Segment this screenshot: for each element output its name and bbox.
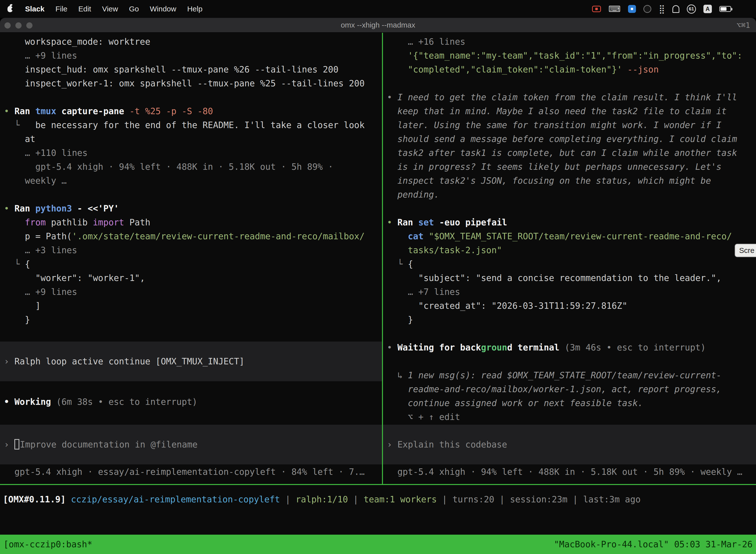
terminal-block: gpt-5.4 xhigh · 94% left · 488K in · 5.1… <box>387 465 756 479</box>
terminal-line: should send a message before completing … <box>387 132 756 146</box>
menu-app-name[interactable]: Slack <box>25 5 44 13</box>
screen-overlay-button[interactable]: Scre <box>735 244 756 257</box>
menu-item-window[interactable]: Window <box>150 5 176 13</box>
terminal-line: … +110 lines <box>4 146 382 160</box>
ghost-icon[interactable] <box>673 5 679 13</box>
terminal-line: pending. <box>387 188 756 202</box>
mailbox-message: ↳ 1 new msg(s): read $OMX_TEAM_STATE_ROO… <box>387 368 756 382</box>
terminal-window: omx --xhigh --madmax ⌥⌘1 workspace_mode:… <box>0 18 756 554</box>
menu-item-go[interactable]: Go <box>129 5 139 13</box>
menu-item-edit[interactable]: Edit <box>78 5 91 13</box>
window-title-bar[interactable]: omx --xhigh --madmax ⌥⌘1 <box>0 18 756 33</box>
terminal-block: • Ran set -euo pipefail cat "$OMX_TEAM_S… <box>387 215 756 327</box>
session-status: gpt-5.4 xhigh · 94% left · 488K in · 5.1… <box>387 465 756 479</box>
terminal-block: [OMX#0.11.9] cczip/essay/ai-reimplementa… <box>3 492 756 506</box>
terminal-line: inspect_hud: omx sparkshell --tmux-pane … <box>4 63 382 76</box>
edit-hint: ⌥ + ↑ edit <box>387 410 756 424</box>
ran-command-line: • Ran python3 - <<'PY' <box>4 202 382 215</box>
battery-icon[interactable] <box>719 6 731 12</box>
grid-icon[interactable]: ⣿ <box>659 5 665 13</box>
omx-status-pane: [OMX#0.11.9] cczip/essay/ai-reimplementa… <box>0 485 756 535</box>
terminal-line: keep that in mind. Maybe I also need the… <box>387 104 756 118</box>
terminal-line: task2 after task1 is complete, but can I… <box>387 146 756 160</box>
apple-menu-icon[interactable] <box>7 6 13 12</box>
window-shortcut-hint: ⌥⌘1 <box>737 21 750 30</box>
terminal-line: └ { <box>387 257 756 271</box>
terminal-line: cat "$OMX_TEAM_STATE_ROOT/team/review-cu… <box>387 229 756 243</box>
terminal-block: ↳ 1 new msg(s): read $OMX_TEAM_STATE_ROO… <box>387 368 756 424</box>
terminal-block: • Ran tmux capture-pane -t %25 -p -S -80… <box>4 104 382 188</box>
minimize-button[interactable] <box>15 22 21 29</box>
menu-item-file[interactable]: File <box>55 5 67 13</box>
session-status: gpt-5.4 xhigh · essay/ai-reimplementatio… <box>4 465 382 479</box>
terminal-line: later. Using the same for transition mig… <box>387 118 756 132</box>
composer-row[interactable]: › Explain this codebase <box>383 425 756 464</box>
thinking-text: • I need to get the claim token from the… <box>387 90 756 104</box>
terminal-block: workspace_mode: worktree … +9 lines insp… <box>4 35 382 90</box>
input-source-icon[interactable]: A <box>703 5 712 13</box>
terminal-line: ] <box>4 299 382 313</box>
terminal-line: … +7 lines <box>387 285 756 299</box>
terminal-line: "worker": "worker-1", <box>4 271 382 285</box>
omx-status-line: [OMX#0.11.9] cczip/essay/ai-reimplementa… <box>3 492 756 506</box>
text-cursor <box>14 439 19 449</box>
terminal-line: └ { <box>4 257 382 271</box>
terminal-line: inspect_worker-1: omx sparkshell --tmux-… <box>4 76 382 90</box>
terminal-line: workspace_mode: worktree <box>4 35 382 49</box>
window-title: omx --xhigh --madmax <box>341 21 415 29</box>
menu-item-view[interactable]: View <box>102 5 118 13</box>
dark-app-icon[interactable] <box>643 5 651 13</box>
ran-command-line: • Ran tmux capture-pane -t %25 -p -S -80 <box>4 104 382 118</box>
terminal-line: p = Path('.omx/state/team/review-current… <box>4 229 382 243</box>
terminal-pane-left[interactable]: workspace_mode: worktree … +9 lines insp… <box>0 33 382 484</box>
terminal-block: … +16 lines '{"team_name":"my-team","tas… <box>387 35 756 76</box>
terminal-line: inspect task2's JSON, focusing on the st… <box>387 174 756 188</box>
terminal-line: tasks/task-2.json" <box>387 243 756 257</box>
tmux-host-time: "MacBook-Pro-44.local" 05:03 31-Mar-26 <box>554 539 753 549</box>
working-status: • Working (6m 38s • esc to interrupt) <box>4 395 382 409</box>
composer-row[interactable]: › Improve documentation in @filename <box>0 425 382 464</box>
ralph-loop-status: › Ralph loop active continue [OMX_TMUX_I… <box>4 354 382 368</box>
zoom-button[interactable] <box>26 22 33 29</box>
terminal-line: "created_at": "2026-03-31T11:59:27.816Z" <box>387 299 756 313</box>
ralph-loop-row[interactable]: › Ralph loop active continue [OMX_TMUX_I… <box>0 341 382 381</box>
terminal-line: continue assigned work or next feasible … <box>387 396 756 410</box>
terminal-line: "completed","claim_token":"claim-token"}… <box>387 63 756 76</box>
terminal-pane-right[interactable]: … +16 lines '{"team_name":"my-team","tas… <box>383 33 756 484</box>
terminal-line: … +16 lines <box>387 35 756 49</box>
terminal-line: } <box>387 313 756 327</box>
terminal-line: … +9 lines <box>4 49 382 63</box>
terminal-block: gpt-5.4 xhigh · essay/ai-reimplementatio… <box>4 465 382 479</box>
menu-item-help[interactable]: Help <box>187 5 203 13</box>
blue-app-icon[interactable] <box>628 5 636 13</box>
screen-recording-icon[interactable] <box>592 6 601 12</box>
terminal-line: └ be necessary for the end of the README… <box>4 118 382 132</box>
terminal-line: } <box>4 313 382 327</box>
badge-61-icon[interactable]: 61 <box>687 4 696 14</box>
terminal-block: • Ran python3 - <<'PY' from pathlib impo… <box>4 202 382 327</box>
control-center-icon[interactable] <box>739 5 749 12</box>
composer-input[interactable]: › Explain this codebase <box>387 438 756 451</box>
terminal-line: "subject": "send a concise recommendatio… <box>387 271 756 285</box>
keyboard-icon[interactable]: ⌨ <box>609 5 621 13</box>
terminal-line: … +3 lines <box>4 243 382 257</box>
close-button[interactable] <box>4 22 11 29</box>
ran-command-line: • Ran set -euo pipefail <box>387 215 756 229</box>
menu-bar: Slack File Edit View Go Window Help ⌨ ⣿ … <box>0 0 756 18</box>
tmux-status-bar: [omx-cczip0:bash* "MacBook-Pro-44.local"… <box>0 535 756 554</box>
terminal-block: • Working (6m 38s • esc to interrupt) <box>4 395 382 409</box>
tmux-session-label[interactable]: [omx-cczip0:bash* <box>3 539 92 549</box>
terminal-line: weekly … <box>4 174 382 188</box>
waiting-status: • Waiting for background terminal (3m 46… <box>387 340 756 354</box>
terminal-line: '{"team_name":"my-team","task_id":"1","f… <box>387 49 756 63</box>
terminal-line: is in progress? It seems likely but perh… <box>387 160 756 174</box>
terminal-line: from pathlib import Path <box>4 215 382 229</box>
terminal-line: … +9 lines <box>4 285 382 299</box>
composer-input[interactable]: › Improve documentation in @filename <box>4 438 382 451</box>
terminal-line: gpt-5.4 xhigh · 94% left · 488K in · 5.1… <box>4 160 382 174</box>
terminal-block: • I need to get the claim token from the… <box>387 90 756 202</box>
terminal-line: readme-and-reco/mailbox/worker-1.json, a… <box>387 382 756 396</box>
terminal-block: • Waiting for background terminal (3m 46… <box>387 340 756 354</box>
terminal-line: at <box>4 132 382 146</box>
